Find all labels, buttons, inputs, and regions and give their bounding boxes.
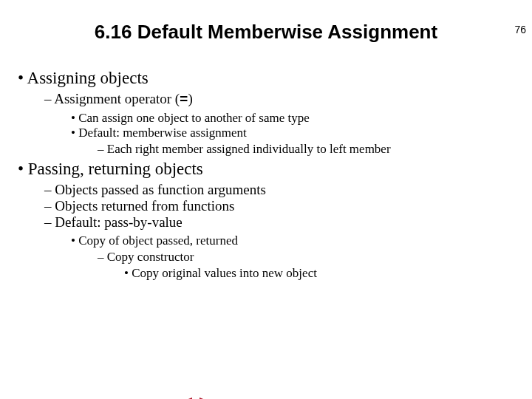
bullet-passing-returning: Passing, returning objects xyxy=(18,160,203,178)
prev-slide-button[interactable] xyxy=(177,396,194,399)
next-slide-button[interactable] xyxy=(198,396,214,399)
bullet-assignment-operator: Assignment operator (=) xyxy=(44,91,193,106)
bullet-default-passbyvalue: Default: pass-by-value xyxy=(44,214,183,230)
bullet-copy-original-values: Copy original values into new object xyxy=(124,266,317,280)
bullet-can-assign: Can assign one object to another of same… xyxy=(71,111,310,125)
slide-title: 6.16 Default Memberwise Assignment xyxy=(0,21,532,44)
bullet-copy-constructor: Copy constructor xyxy=(98,250,194,264)
slide-body: Assigning objects Assignment operator (=… xyxy=(0,69,532,281)
text-suffix: ) xyxy=(188,91,193,106)
footer: © 2003 Prentice Hall, Inc. All rights re… xyxy=(12,396,214,399)
bullet-assigning-objects: Assigning objects xyxy=(18,69,149,87)
bullet-default-memberwise: Default: memberwise assignment xyxy=(71,126,247,140)
bullet-returned-from-funcs: Objects returned from functions xyxy=(44,198,234,214)
page-number: 76 xyxy=(514,24,526,35)
text-prefix: Assignment operator ( xyxy=(54,91,180,106)
bullet-each-right-member: Each right member assigned individually … xyxy=(98,142,391,156)
operator-equals: = xyxy=(180,92,188,108)
bullet-passed-as-args: Objects passed as function arguments xyxy=(44,182,266,197)
bullet-copy-of-object: Copy of object passed, returned xyxy=(71,233,238,248)
